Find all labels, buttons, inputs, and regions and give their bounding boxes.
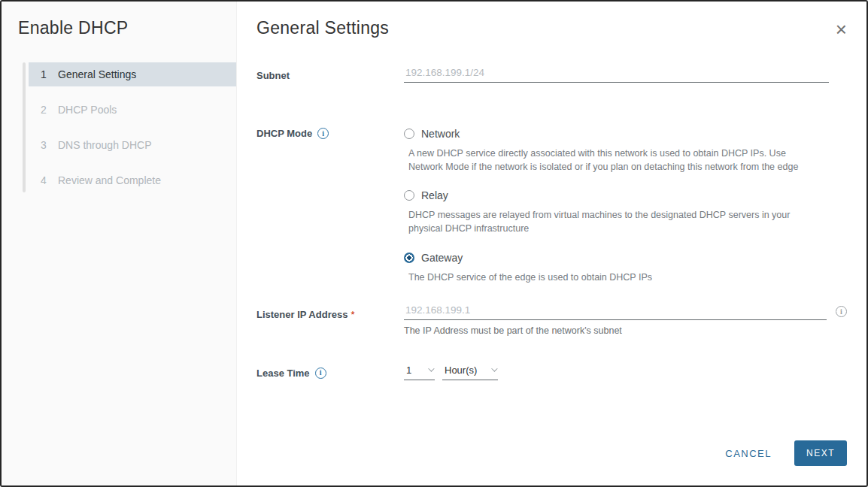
- lease-time-control: 1 Hour(s): [404, 363, 847, 380]
- cancel-button[interactable]: CANCEL: [725, 448, 772, 459]
- subnet-input[interactable]: [404, 65, 829, 83]
- radio-selected-icon[interactable]: [404, 253, 414, 263]
- step-label: DHCP Pools: [58, 104, 117, 116]
- radio-option-gateway: Gateway The DHCP service of the edge is …: [404, 252, 847, 284]
- subnet-row: Subnet: [256, 65, 847, 83]
- close-icon[interactable]: ×: [836, 21, 847, 38]
- radio-option-network: Network A new DHCP service directly asso…: [404, 128, 847, 174]
- required-asterisk: *: [351, 309, 354, 321]
- gateway-radio[interactable]: Gateway: [404, 252, 847, 264]
- dhcp-mode-options: Network A new DHCP service directly asso…: [404, 128, 847, 284]
- gateway-radio-description: The DHCP service of the edge is used to …: [408, 271, 815, 284]
- network-radio[interactable]: Network: [404, 128, 847, 140]
- step-number: 4: [39, 174, 48, 186]
- step-dhcp-pools[interactable]: 2 DHCP Pools: [29, 98, 236, 122]
- listener-ip-row: Listener IP Address * i The IP Address m…: [256, 303, 847, 336]
- next-button[interactable]: NEXT: [794, 440, 847, 466]
- network-radio-label: Network: [421, 128, 460, 140]
- step-number: 3: [39, 139, 48, 151]
- subnet-label: Subnet: [256, 65, 404, 83]
- listener-ip-info-icon[interactable]: i: [836, 306, 847, 317]
- step-number: 1: [39, 68, 48, 80]
- dhcp-mode-label: DHCP Mode i: [256, 128, 404, 284]
- relay-radio-description: DHCP messages are relayed from virtual m…: [408, 208, 815, 235]
- relay-radio[interactable]: Relay: [404, 189, 847, 201]
- network-radio-description: A new DHCP service directly associated w…: [408, 147, 815, 174]
- step-label: General Settings: [58, 68, 136, 80]
- lease-time-unit: Hour(s): [445, 364, 477, 376]
- dhcp-mode-info-icon[interactable]: i: [317, 128, 329, 139]
- gateway-radio-label: Gateway: [421, 252, 463, 264]
- radio-unselected-icon[interactable]: [404, 129, 414, 139]
- wizard-sidebar: Enable DHCP 1 General Settings 2 DHCP Po…: [2, 2, 237, 485]
- radio-option-relay: Relay DHCP messages are relayed from vir…: [404, 189, 847, 235]
- chevron-down-icon: [428, 365, 434, 371]
- listener-ip-hint: The IP Address must be part of the netwo…: [404, 325, 847, 336]
- step-label: Review and Complete: [58, 174, 161, 186]
- lease-time-value: 1: [406, 364, 411, 376]
- listener-ip-input[interactable]: [404, 303, 827, 320]
- step-dns-through-dhcp[interactable]: 3 DNS through DHCP: [29, 133, 236, 157]
- dialog-footer: CANCEL NEXT: [725, 440, 847, 466]
- step-number: 2: [39, 104, 48, 116]
- listener-ip-control: i The IP Address must be part of the net…: [404, 303, 847, 336]
- relay-radio-label: Relay: [421, 189, 448, 201]
- listener-ip-input-wrap: i: [404, 303, 847, 320]
- page-title: General Settings: [256, 18, 389, 38]
- main-panel: General Settings × Subnet DHCP Mode i: [237, 2, 866, 485]
- wizard-steps: 1 General Settings 2 DHCP Pools 3 DNS th…: [2, 62, 236, 192]
- main-header: General Settings ×: [256, 18, 847, 38]
- lease-time-label: Lease Time i: [256, 363, 404, 380]
- general-settings-form: Subnet DHCP Mode i Network: [256, 65, 847, 380]
- step-review-and-complete[interactable]: 4 Review and Complete: [29, 168, 236, 192]
- enable-dhcp-dialog: Enable DHCP 1 General Settings 2 DHCP Po…: [0, 0, 868, 487]
- lease-time-selects: 1 Hour(s): [404, 363, 847, 380]
- subnet-control: [404, 65, 847, 83]
- lease-time-row: Lease Time i 1 Hour(s): [256, 363, 847, 380]
- lease-time-unit-select[interactable]: Hour(s): [442, 363, 498, 380]
- listener-ip-label: Listener IP Address *: [256, 303, 404, 336]
- dialog-title: Enable DHCP: [18, 18, 236, 38]
- lease-time-value-select[interactable]: 1: [404, 363, 435, 380]
- steps-track: [23, 62, 26, 192]
- chevron-down-icon: [491, 365, 497, 371]
- radio-unselected-icon[interactable]: [404, 190, 414, 201]
- lease-time-info-icon[interactable]: i: [315, 368, 326, 379]
- dhcp-mode-row: DHCP Mode i Network A new DHCP service d…: [256, 128, 847, 284]
- step-general-settings[interactable]: 1 General Settings: [29, 62, 236, 86]
- step-label: DNS through DHCP: [58, 139, 152, 151]
